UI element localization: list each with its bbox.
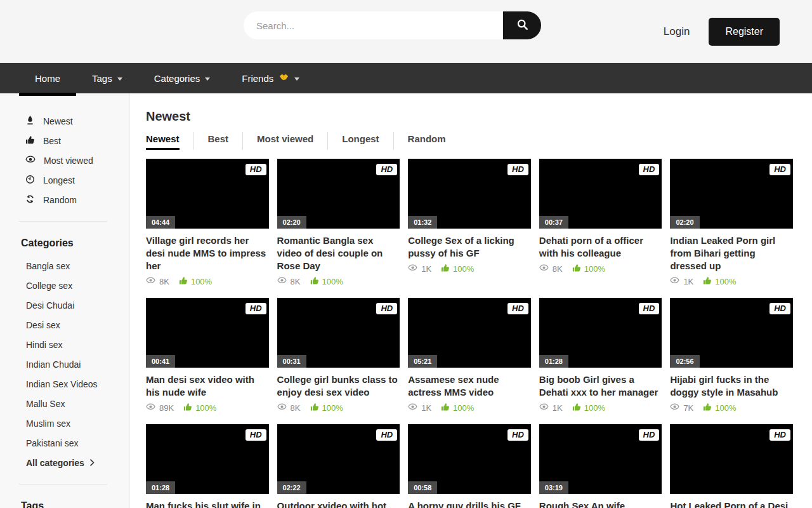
video-duration: 00:41 [146, 355, 175, 368]
view-count-value: 1K [553, 403, 563, 413]
video-title[interactable]: College girl bunks class to enjoy desi s… [277, 373, 400, 399]
sidebar-newest-label: Newest [43, 116, 73, 126]
tab-random[interactable]: Random [393, 132, 460, 150]
video-title[interactable]: College Sex of a licking pussy of his GF [408, 234, 531, 260]
video-card: HD 00:37 Dehati porn of a officer with h… [539, 159, 662, 287]
video-title[interactable]: A horny guy drills his GF tight pussy at… [408, 500, 531, 508]
video-title[interactable]: Indian Leaked Porn girl from Bihari gett… [670, 234, 793, 272]
video-title[interactable]: Man desi sex video with his nude wife [146, 373, 269, 399]
view-count-value: 8K [291, 403, 301, 413]
eye-icon [146, 277, 155, 286]
video-thumbnail[interactable]: HD 01:32 [408, 159, 531, 229]
video-duration: 00:37 [539, 216, 568, 229]
video-card: HD 01:32 College Sex of a licking pussy … [408, 159, 531, 287]
video-thumbnail[interactable]: HD 02:20 [670, 159, 793, 229]
nav-item-friends[interactable]: Friends [226, 63, 315, 93]
register-button[interactable]: Register [709, 18, 780, 46]
video-meta: 8K 100% [146, 276, 269, 287]
search-button[interactable] [503, 11, 541, 39]
video-thumbnail[interactable]: HD 04:44 [146, 159, 269, 229]
sidebar-item-most-viewed[interactable]: Most viewed [0, 150, 129, 170]
sidebar-category-link[interactable]: Bangla sex [0, 256, 129, 276]
tab-newest[interactable]: Newest [146, 132, 193, 150]
video-thumbnail[interactable]: HD 00:41 [146, 298, 269, 368]
category-label: Hindi sex [26, 340, 63, 350]
video-title[interactable]: Man fucks his slut wife in Dehati sex [146, 500, 269, 508]
video-thumbnail[interactable]: HD 05:21 [408, 298, 531, 368]
main-content: Newest Newest Best Most viewed Longest R… [130, 93, 812, 508]
video-thumbnail[interactable]: HD 02:20 [277, 159, 400, 229]
video-title[interactable]: Rough Sex An wife bounces on her devar d… [539, 500, 662, 508]
video-thumbnail[interactable]: HD 02:56 [670, 298, 793, 368]
tab-most-viewed[interactable]: Most viewed [242, 132, 327, 150]
sidebar-category-link[interactable]: Hindi sex [0, 335, 129, 354]
video-title[interactable]: Romantic Bangla sex video of desi couple… [277, 234, 400, 272]
video-title[interactable]: Outdoor xvideo with hot randi [277, 500, 400, 508]
nav-item-home[interactable]: Home [19, 63, 76, 93]
video-duration: 00:31 [277, 355, 306, 368]
like-rating: 100% [572, 264, 605, 274]
like-rating-value: 100% [715, 403, 736, 413]
video-thumbnail[interactable]: HD 00:31 [277, 298, 400, 368]
sidebar: Newest Best Most viewed [0, 93, 130, 508]
sidebar-item-newest[interactable]: Newest [0, 111, 129, 131]
sidebar-category-link[interactable]: Indian Sex Videos [0, 374, 129, 394]
nav-item-categories[interactable]: Categories [138, 63, 226, 93]
sidebar-category-link[interactable]: Mallu Sex [0, 394, 129, 413]
hd-badge: HD [246, 303, 266, 314]
video-thumbnail[interactable]: HD 00:58 [408, 424, 531, 494]
video-thumbnail[interactable]: HD 01:28 [539, 298, 662, 368]
search-input[interactable] [244, 11, 503, 39]
sort-tabs: Newest Best Most viewed Longest Random [146, 132, 793, 150]
view-count: 7K [670, 403, 693, 413]
nav-item-tags[interactable]: Tags [76, 63, 138, 93]
sidebar-category-link[interactable]: Desi Chudai [0, 295, 129, 315]
sidebar-category-link[interactable]: Desi sex [0, 315, 129, 335]
hd-badge: HD [639, 164, 660, 175]
sidebar-category-link[interactable]: Indian Chudai [0, 354, 129, 374]
all-categories-link[interactable]: All categories [0, 453, 129, 472]
tab-best[interactable]: Best [193, 132, 243, 150]
like-rating-value: 100% [453, 403, 474, 413]
thumbs-up-icon [572, 403, 581, 413]
view-count: 8K [277, 403, 301, 413]
sidebar-category-link[interactable]: Pakistani sex [0, 433, 129, 453]
thumbs-up-icon [441, 403, 450, 413]
caret-down-icon [205, 77, 210, 81]
video-thumbnail[interactable]: HD 00:37 [539, 159, 662, 229]
like-rating: 100% [703, 276, 736, 287]
like-rating: 100% [441, 264, 474, 274]
video-thumbnail[interactable]: HD 01:28 [146, 424, 269, 494]
sidebar-category-link[interactable]: College sex [0, 276, 129, 295]
sidebar-item-best[interactable]: Best [0, 131, 129, 150]
video-title[interactable]: Big boob Girl gives a Dehati xxx to her … [539, 373, 662, 399]
video-title[interactable]: Assamese sex nude actress MMS video [408, 373, 531, 399]
video-thumbnail[interactable]: HD 02:22 [277, 424, 400, 494]
video-title[interactable]: Hijabi girl fucks in the doggy style in … [670, 373, 793, 399]
video-title[interactable]: Village girl records her desi nude MMS t… [146, 234, 269, 272]
view-count-value: 8K [291, 277, 301, 286]
like-rating-value: 100% [453, 264, 474, 274]
video-title[interactable]: Dehati porn of a officer with his collea… [539, 234, 662, 260]
video-title[interactable]: Hot Leaked Porn of a Desi Couple [670, 500, 793, 508]
login-link[interactable]: Login [664, 25, 690, 38]
hd-badge: HD [246, 164, 266, 175]
video-card: HD 00:58 A horny guy drills his GF tight… [408, 424, 531, 508]
thumbs-up-icon [703, 276, 712, 287]
like-rating-value: 100% [191, 277, 212, 286]
eye-icon [539, 264, 549, 274]
sidebar-category-link[interactable]: Muslim sex [0, 413, 129, 433]
like-rating: 100% [572, 403, 605, 413]
eye-icon [277, 277, 287, 286]
pen-nib-icon [25, 115, 35, 127]
hd-badge: HD [508, 164, 528, 175]
video-thumbnail[interactable]: HD [670, 424, 793, 494]
video-card: HD 04:44 Village girl records her desi n… [146, 159, 269, 287]
hd-badge: HD [639, 429, 660, 441]
view-count-value: 1K [421, 264, 431, 274]
video-thumbnail[interactable]: HD 03:19 [539, 424, 662, 494]
tab-longest[interactable]: Longest [327, 132, 393, 150]
hd-badge: HD [769, 303, 790, 314]
sidebar-item-longest[interactable]: Longest [0, 170, 129, 190]
sidebar-item-random[interactable]: Random [0, 190, 129, 210]
